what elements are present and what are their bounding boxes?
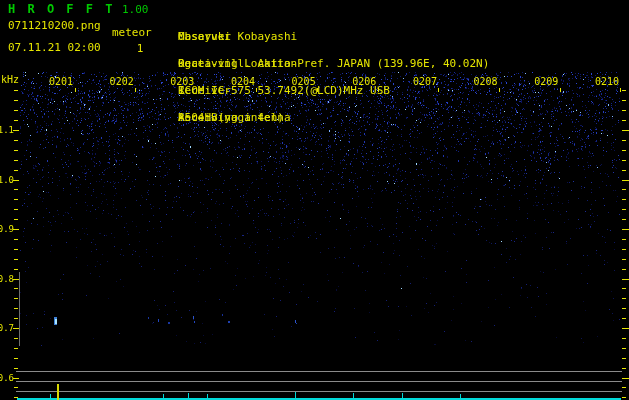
mode-label: meteor — [112, 26, 152, 39]
time-label: 0210 — [594, 76, 620, 87]
time-label: 0201 — [48, 76, 74, 87]
time-label: 0206 — [351, 76, 377, 87]
time-label: 0203 — [169, 76, 195, 87]
observation-datetime: 07.11.21 02:00 — [8, 41, 101, 54]
freq-label: 0.9 — [0, 224, 14, 234]
time-label: 0207 — [412, 76, 438, 87]
info-value: Masayuki Kobayashi — [178, 30, 297, 44]
freq-label: 1.0 — [0, 175, 14, 185]
freq-label: 0.7 — [0, 323, 14, 333]
info-value: A504HB(yagi 4el) — [178, 111, 284, 125]
hrofft-window: H R O F F T 1.00 0711210200.png meteor 0… — [0, 0, 629, 400]
meteor-count: 1 — [130, 42, 150, 55]
time-label: 0209 — [533, 76, 559, 87]
info-value: Ogata-vill. Akita-Pref. JAPAN (139.96E, … — [178, 57, 489, 71]
time-label: 0208 — [473, 76, 499, 87]
output-filename: 0711210200.png — [8, 19, 101, 32]
time-label: 0205 — [291, 76, 317, 87]
freq-label: 0.8 — [0, 274, 14, 284]
freq-label: 0.6 — [0, 373, 14, 383]
app-version: 1.00 — [122, 3, 149, 16]
time-label: 0202 — [109, 76, 135, 87]
app-title: H R O F F T — [8, 2, 115, 16]
freq-label: 1.1 — [0, 125, 14, 135]
station-info: Observer:Masayuki Kobayashi Receiving Lo… — [178, 3, 628, 138]
freq-unit-label: kHz — [1, 74, 19, 85]
time-label: 0204 — [230, 76, 256, 87]
